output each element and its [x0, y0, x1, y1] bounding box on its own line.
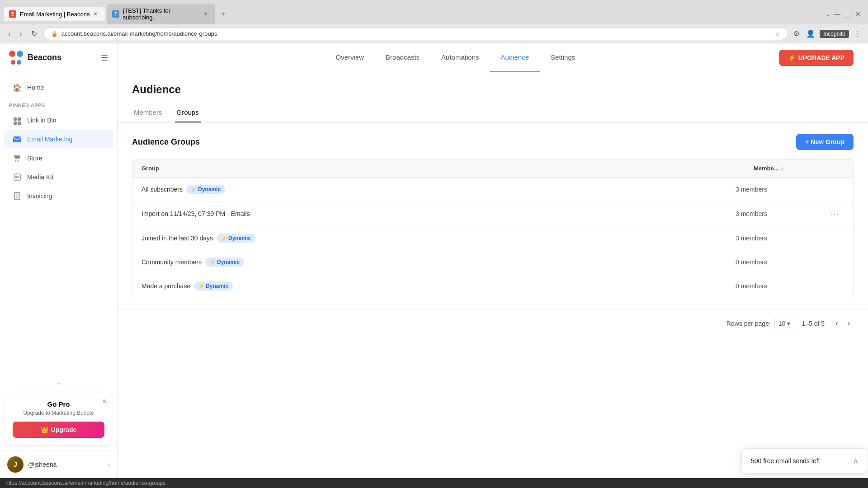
sub-tab-members-label: Members	[134, 108, 162, 116]
tab-list-icon[interactable]: ⌄	[825, 10, 830, 18]
rows-per-page-label: Rows per page:	[726, 320, 771, 327]
sidebar-label-invoicing: Invoicing	[27, 192, 52, 200]
reload-button[interactable]: ↻	[28, 28, 40, 40]
row-members-3: 3 members	[736, 235, 826, 242]
table-row[interactable]: All subscribers ⚡ Dynamic 3 members	[132, 178, 853, 202]
sidebar-item-media-kit[interactable]: Media Kit	[4, 168, 113, 186]
address-bar: ‹ › ↻ 🔒 account.beacons.ai/email-marketi…	[0, 24, 868, 43]
toast-close-button[interactable]: ∧	[853, 456, 859, 466]
lightning-badge-icon-1: ⚡	[191, 187, 196, 192]
nav-link-overview[interactable]: Overview	[325, 43, 375, 72]
table-header: Group Membe... ↓	[132, 160, 853, 178]
new-tab-button[interactable]: +	[217, 8, 229, 21]
lightning-badge-icon-3: ⚡	[221, 236, 226, 241]
main-content: Overview Broadcasts Automations Audience…	[118, 43, 868, 478]
sidebar-item-email-marketing[interactable]: Email Marketing	[4, 130, 113, 148]
back-button[interactable]: ‹	[5, 28, 13, 40]
pinned-section: PINNED APPS	[0, 98, 117, 110]
prev-page-button[interactable]: ‹	[832, 317, 842, 330]
sort-icon[interactable]: ↓	[781, 165, 784, 172]
lock-icon: 🔒	[51, 31, 58, 37]
nav-link-audience[interactable]: Audience	[490, 43, 540, 72]
nav-link-settings[interactable]: Settings	[540, 43, 586, 72]
home-icon: 🏠	[13, 83, 22, 92]
tab-favicon-2: T	[112, 10, 119, 18]
lightning-badge-icon-4: ⚡	[210, 260, 215, 265]
sidebar-item-invoicing[interactable]: Invoicing	[4, 187, 113, 205]
tab-inactive[interactable]: T [TEST] Thanks for subscribing. ✕	[107, 4, 215, 24]
email-icon	[13, 135, 22, 144]
sidebar-header: Beacons ☰	[0, 43, 117, 72]
tab-close-2[interactable]: ✕	[203, 11, 208, 17]
upgrade-app-button[interactable]: ⚡ UPGRADE APP	[779, 50, 854, 66]
sidebar-scroll-down[interactable]: ⌄	[0, 377, 117, 388]
sidebar-item-link-in-bio[interactable]: Link in Bio	[4, 111, 113, 129]
go-pro-close-button[interactable]: ✕	[102, 398, 107, 405]
svg-rect-0	[14, 117, 17, 121]
go-pro-title: Go Pro	[13, 400, 104, 408]
restore-icon[interactable]: ⬜	[844, 10, 852, 18]
row-name-2: Import on 11/14/23, 07:39 PM - Emails	[142, 210, 736, 217]
browser-chrome: B Email Marketing | Beacons ✕ T [TEST] T…	[0, 0, 868, 43]
user-area[interactable]: J @jsheena ›	[0, 450, 117, 478]
brand-logo	[9, 51, 23, 65]
row-members-2: 3 members	[736, 210, 826, 217]
sidebar-label-email: Email Marketing	[27, 136, 72, 143]
nav-link-automations[interactable]: Automations	[430, 43, 490, 72]
next-page-button[interactable]: ›	[844, 317, 854, 330]
nav-link-broadcasts[interactable]: Broadcasts	[375, 43, 430, 72]
row-members-4: 0 members	[736, 258, 826, 266]
sidebar-label-media-kit: Media Kit	[27, 174, 53, 181]
tab-close-1[interactable]: ✕	[93, 11, 98, 17]
tab-active[interactable]: B Email Marketing | Beacons ✕	[4, 7, 105, 21]
nav-label-settings: Settings	[551, 53, 575, 61]
lightning-icon: ⚡	[788, 54, 796, 61]
rows-per-page-value: 10	[778, 320, 786, 327]
incognito-badge: Incognito	[820, 30, 849, 38]
svg-rect-7	[14, 174, 20, 180]
extensions-button[interactable]: ⚙	[792, 28, 802, 40]
svg-rect-3	[18, 122, 21, 125]
menu-button[interactable]: ⋮	[852, 28, 863, 40]
sidebar-item-store[interactable]: Store	[4, 149, 113, 167]
minimize-icon[interactable]: —	[834, 10, 840, 18]
dynamic-badge-1: ⚡ Dynamic	[186, 185, 225, 194]
table-row[interactable]: Made a purchase ⚡ Dynamic 0 members	[132, 274, 853, 298]
go-pro-card: ✕ Go Pro Upgrade to Marketing Bundle 👑 U…	[5, 393, 112, 445]
rows-select-chevron-icon: ▾	[787, 320, 790, 327]
groups-table: Group Membe... ↓ All subscribers ⚡ Dyn	[132, 159, 854, 298]
rows-per-page-select[interactable]: 10 ▾	[774, 318, 795, 329]
action-menu-button-2[interactable]: ⋯	[830, 209, 840, 219]
row-actions-2[interactable]: ⋯	[826, 209, 844, 219]
nav-label-automations: Automations	[441, 53, 479, 61]
toast-text: 500 free email sends left	[751, 457, 820, 465]
star-icon[interactable]: ☆	[775, 30, 780, 37]
logo-circle-blue-sm	[17, 60, 21, 65]
sidebar-item-home[interactable]: 🏠 Home	[4, 79, 113, 97]
table-row[interactable]: Joined in the last 30 days ⚡ Dynamic 3 m…	[132, 226, 853, 250]
profile-button[interactable]: 👤	[804, 28, 817, 40]
menu-toggle-button[interactable]: ☰	[101, 53, 108, 63]
logo-circle-red	[9, 51, 15, 57]
svg-rect-1	[18, 117, 21, 121]
table-row[interactable]: Import on 11/14/23, 07:39 PM - Emails 3 …	[132, 202, 853, 226]
pagination: Rows per page: 10 ▾ 1–5 of 5 ‹ ›	[118, 309, 868, 337]
top-nav: Overview Broadcasts Automations Audience…	[118, 43, 868, 72]
forward-button[interactable]: ›	[17, 28, 24, 40]
new-group-button[interactable]: + New Group	[796, 134, 854, 150]
table-row[interactable]: Community members ⚡ Dynamic 0 members	[132, 250, 853, 274]
brand-name: Beacons	[28, 53, 61, 62]
svg-rect-2	[14, 122, 17, 125]
close-browser-icon[interactable]: ✕	[855, 10, 861, 18]
tab-title-1: Email Marketing | Beacons	[20, 11, 90, 18]
dynamic-badge-5: ⚡ Dynamic	[194, 282, 233, 291]
url-bar[interactable]: 🔒 account.beacons.ai/email-marketing/hom…	[43, 27, 788, 40]
sub-tab-groups[interactable]: Groups	[175, 103, 201, 122]
dynamic-badge-3: ⚡ Dynamic	[217, 234, 255, 243]
nav-label-audience: Audience	[501, 53, 529, 61]
upgrade-button[interactable]: 👑 Upgrade	[13, 422, 104, 438]
logo-circle-blue	[17, 51, 23, 57]
sub-tab-members[interactable]: Members	[132, 103, 164, 122]
avatar-image: J	[7, 456, 24, 473]
sub-tabs: Members Groups	[118, 103, 868, 123]
